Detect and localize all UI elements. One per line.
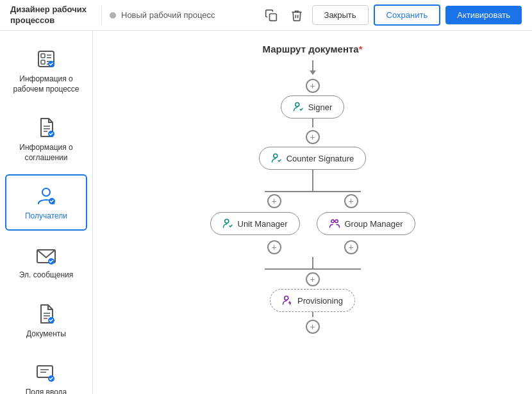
workflow-canvas: Маршрут документа* + Signer <box>178 44 447 394</box>
status-dot <box>110 12 116 19</box>
recipients-icon <box>33 183 59 209</box>
branch-right: Group Manager <box>317 212 415 235</box>
svg-point-30 <box>285 296 288 300</box>
sidebar-item-recipients-label: Получатели <box>25 211 67 222</box>
plus-left-branch[interactable]: + <box>267 194 281 208</box>
svg-point-13 <box>42 188 50 196</box>
sidebar-item-email[interactable]: Эл. сообщения <box>5 233 87 290</box>
documents-icon <box>33 301 59 327</box>
close-button[interactable]: Закрыть <box>312 5 369 25</box>
counter-signature-node[interactable]: Counter Signature <box>259 147 367 170</box>
sidebar-item-recipients[interactable]: Получатели <box>5 174 87 231</box>
group-manager-node[interactable]: Group Manager <box>317 212 415 235</box>
arrow-1 <box>310 60 316 75</box>
svg-rect-2 <box>41 54 45 58</box>
branch-top-connector <box>217 179 409 192</box>
signer-node[interactable]: Signer <box>281 95 345 119</box>
workflow-canvas-container: Маршрут документа* + Signer <box>93 31 532 394</box>
sidebar-item-workflow-info-label: Информация о рабочем процессе <box>12 74 81 94</box>
plus-right-branch-bottom[interactable]: + <box>344 240 358 254</box>
sidebar-item-sender-fields-label: Поля ввода отправителя <box>12 388 81 394</box>
plus-right-branch[interactable]: + <box>344 194 358 208</box>
connector-signer-cs <box>312 119 313 127</box>
workflow-info-icon <box>33 46 59 72</box>
sender-fields-icon <box>33 359 59 385</box>
sidebar-item-documents-label: Документы <box>26 329 66 340</box>
route-title: Маршрут документа* <box>262 44 362 55</box>
sidebar-item-email-label: Эл. сообщения <box>19 270 74 281</box>
branch-left: Unit Manager <box>210 212 300 235</box>
plus-left-branch-bottom[interactable]: + <box>267 240 281 254</box>
unit-manager-node[interactable]: Unit Manager <box>210 212 300 235</box>
provisioning-node[interactable]: Provisioning <box>270 289 355 312</box>
svg-point-25 <box>295 103 299 106</box>
plus-after-signer[interactable]: + <box>306 130 320 144</box>
branch-nodes-row: Unit Manager Group Manager <box>210 212 415 235</box>
connector-cs-branch <box>312 170 313 179</box>
email-icon <box>33 242 59 268</box>
branch-plus-row: + + <box>217 192 409 211</box>
plus-before-provisioning[interactable]: + <box>306 272 320 286</box>
copy-button[interactable] <box>261 6 281 24</box>
unit-manager-label: Unit Manager <box>238 219 288 229</box>
group-manager-label: Group Manager <box>344 219 403 229</box>
agreement-info-icon <box>33 115 59 140</box>
main-layout: Информация о рабочем процессе Информация… <box>0 31 532 394</box>
provisioning-label: Provisioning <box>297 296 343 306</box>
plus-final[interactable]: + <box>306 320 320 334</box>
workflow-name: Новый рабочий процесс <box>121 10 215 20</box>
svg-rect-0 <box>269 13 276 21</box>
activate-button[interactable]: Активировать <box>445 6 522 24</box>
branch-plus-row-bottom: + + <box>217 238 409 257</box>
plus-before-signer[interactable]: + <box>306 79 320 93</box>
svg-point-27 <box>224 219 228 223</box>
sidebar-item-sender-fields[interactable]: Поля ввода отправителя <box>5 350 87 394</box>
svg-rect-3 <box>41 60 45 64</box>
header-divider <box>101 6 102 25</box>
sidebar-item-workflow-info[interactable]: Информация о рабочем процессе <box>5 37 87 103</box>
save-button[interactable]: Сохранить <box>374 4 441 26</box>
signer-node-label: Signer <box>308 103 333 112</box>
sidebar-item-agreement-info-label: Информация о соглашении <box>12 143 81 163</box>
svg-point-28 <box>331 220 335 223</box>
connector-after-provisioning <box>312 312 313 317</box>
app-title: Дизайнер рабочих процессов <box>10 4 94 26</box>
header-actions: Закрыть Сохранить Активировать <box>261 4 522 26</box>
header: Дизайнер рабочих процессов Новый рабочий… <box>0 0 532 31</box>
sidebar: Информация о рабочем процессе Информация… <box>0 31 93 394</box>
delete-button[interactable] <box>287 6 307 24</box>
merge-connector <box>217 257 409 270</box>
sidebar-item-agreement-info[interactable]: Информация о соглашении <box>5 106 87 172</box>
workflow-name-area: Новый рабочий процесс <box>110 10 253 20</box>
sidebar-item-documents[interactable]: Документы <box>5 292 87 349</box>
svg-point-26 <box>273 154 277 158</box>
counter-signature-node-label: Counter Signature <box>287 154 354 163</box>
svg-point-29 <box>335 220 338 223</box>
